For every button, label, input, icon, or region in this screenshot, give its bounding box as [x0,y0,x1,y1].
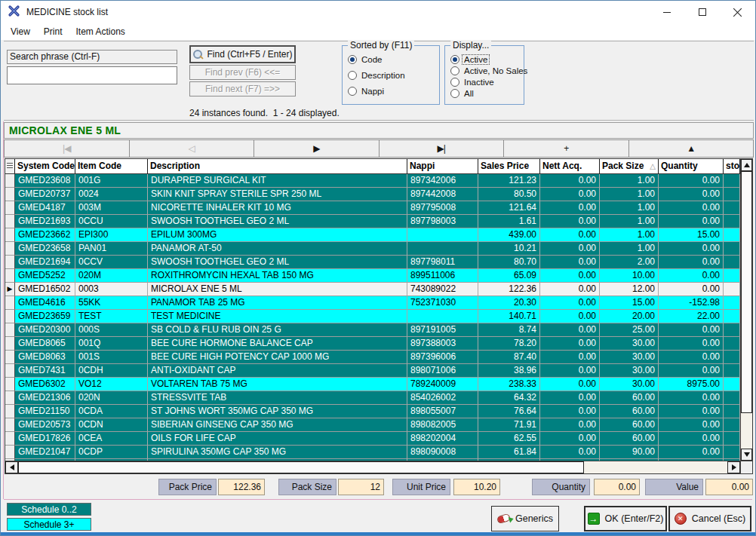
table-row[interactable]: GMED210470CDPSPIRULINA 350MG CAP 350 MG8… [5,446,740,459]
table-row[interactable]: GMED23659TESTTEST MEDICINE140.710.0020.0… [5,310,740,323]
cell-system-code: GMED5252 [15,269,75,283]
table-row[interactable]: GMED8063001SBEE CURE HIGH POTENCY CAP 10… [5,351,740,364]
radio-option-all[interactable]: All [450,89,522,98]
cell-description: STRESSVITE TAB [148,391,407,405]
cell-system-code: GMED8063 [15,351,75,364]
column-header-nett-acq[interactable]: Nett Acq. [540,159,600,174]
menu-item-print[interactable]: Print [37,25,69,38]
table-row[interactable]: ▶GMED165020003MICROLAX ENE 5 ML743089022… [5,283,740,296]
column-header-nappi[interactable]: Nappi [407,159,478,174]
close-button[interactable] [720,1,755,23]
cancel-button[interactable]: Cancel (Esc) [668,506,751,531]
radio-option-active-no-sales[interactable]: Active, No Sales [450,66,522,75]
cell-quantity: 0.00 [659,323,724,337]
last-record-icon: ▶| [438,144,445,153]
scroll-left-button[interactable] [5,461,18,473]
table-row[interactable]: GMED74310CDHANTI-OXIDANT CAP89807100638.… [5,364,740,378]
cell-description: DURAPREP SURGICAL KIT [148,174,407,188]
quantity-input[interactable] [594,479,640,495]
row-indicator-cell [5,228,15,242]
radio-option-active[interactable]: Active [450,55,522,64]
cell-sales-price: 1.61 [478,215,540,228]
table-row[interactable]: GMED23608001GDURAPREP SURGICAL KIT897342… [5,174,740,188]
row-indicator-cell: ▶ [5,283,15,296]
up-arrow-button[interactable]: ▲ [628,139,754,158]
cell-description: PANAMOR TAB 25 MG [148,296,407,310]
radio-option-inactive[interactable]: Inactive [450,78,522,87]
app-window: MEDICINE stock list ViewPrintItem Action… [0,0,756,536]
column-header-sales-price[interactable]: Sales Price [478,159,540,174]
table-row[interactable]: GMED20300000SSB COLD & FLU RUB OIN 25 G8… [5,323,740,337]
menu-item-item-actions[interactable]: Item Actions [69,25,131,38]
table-row[interactable]: GMED461655KKPANAMOR TAB 25 MG75237103020… [5,296,740,310]
column-header-description[interactable]: Description [148,159,407,174]
cell-item-code: 0003 [75,283,148,296]
table-row[interactable]: GMED4187003MNICORETTE INHALER KIT 10 MG8… [5,201,740,215]
table-row[interactable]: GMED216940CCVSWOOSH TOOTHGEL GEO 2 ML897… [5,256,740,269]
minimize-button[interactable] [649,1,684,23]
scroll-up-button[interactable] [741,159,752,171]
cell-nett-acq: 0.00 [540,283,600,296]
schedule-3-button[interactable]: Schedule 3+ [7,518,91,531]
table-row[interactable]: GMED8065001QBEE CURE HORMONE BALANCE CAP… [5,337,740,351]
schedule-0-2-button[interactable]: Schedule 0..2 [7,503,91,516]
cell-pack-size: 60.00 [600,418,659,432]
cell-nett-acq: 0.00 [540,323,600,337]
maximize-button[interactable] [684,1,720,23]
scroll-down-button[interactable] [741,449,752,461]
search-phrase-label: Search phrase (Ctrl-F) [7,50,177,64]
cell-system-code: GMED4187 [15,201,75,215]
search-input[interactable] [7,66,177,84]
cell-description: ST JOHNS WORT 350MG CAP 350 MG [148,405,407,418]
column-header-stock[interactable]: stock [724,159,740,174]
table-row[interactable]: GMED211500CDAST JOHNS WORT 350MG CAP 350… [5,405,740,418]
cell-system-code: GMED20573 [15,418,75,432]
radio-option-code[interactable]: Code [348,55,438,64]
vertical-scroll-thumb[interactable] [741,171,752,413]
cell-system-code: GMED21047 [15,446,75,459]
vertical-scrollbar[interactable] [740,159,752,461]
pack-size-input[interactable] [338,479,384,495]
table-row[interactable]: GMED23658PAN01PANAMOR AT-5010.210.001.00… [5,242,740,256]
cell-nappi: 897798011 [407,256,478,269]
column-header-system-code[interactable]: System Code [15,159,75,174]
cell-item-code: 001G [75,174,148,188]
cell-nett-acq: 0.00 [540,174,600,188]
cell-system-code: GMED7431 [15,364,75,378]
display-group: Display... ActiveActive, No SalesInactiv… [444,45,524,105]
cell-stock [724,174,740,188]
unit-price-input[interactable] [453,479,500,495]
radio-option-nappi[interactable]: Nappi [348,87,438,96]
next-record-button[interactable]: ▶ [254,139,380,158]
row-indicator-cell [5,174,15,188]
ok-button[interactable]: OK (Enter/F2) [584,506,667,531]
cell-stock [724,283,740,296]
cell-pack-size: 25.00 [600,323,659,337]
radio-option-description[interactable]: Description [348,71,438,80]
cell-quantity: 0.00 [659,418,724,432]
table-row[interactable]: GMED205730CDNSIBERIAN GINSENG CAP 350 MG… [5,418,740,432]
table-row[interactable]: GMED216930CCUSWOOSH TOOTHGEL GEO 2 ML897… [5,215,740,228]
display-title: Display... [450,40,491,51]
table-row[interactable]: GMED21306020NSTRESSVITE TAB85402600264.3… [5,391,740,405]
cell-stock [724,215,740,228]
horizontal-scroll-thumb[interactable] [18,461,584,473]
column-header-item-code[interactable]: Item Code [75,159,148,174]
table-row[interactable]: GMED6302VO12VOLTAREN TAB 75 MG7892400092… [5,378,740,391]
column-header-quantity[interactable]: Quantity [659,159,724,174]
last-record-button[interactable]: ▶| [379,139,505,158]
pack-price-input[interactable] [218,479,265,495]
generics-button[interactable]: Generics [491,506,559,531]
table-row[interactable]: GMED207370024SKIN KNIT SPRAY STERILE SPR… [5,188,740,201]
table-row[interactable]: GMED5252020MROXITHROMYCIN HEXAL TAB 150 … [5,269,740,283]
scroll-right-button[interactable] [727,461,740,473]
insert-record-button[interactable]: + [503,139,629,158]
value-input[interactable] [705,479,753,495]
find-button[interactable]: Find (Ctrl+F5 / Enter) [189,45,296,63]
table-row[interactable]: GMED178260CEAOILS FOR LIFE CAP8982020046… [5,432,740,446]
horizontal-scrollbar[interactable] [5,461,740,473]
cell-pack-size: 30.00 [600,351,659,364]
column-header-pack-size[interactable]: Pack Size△ [600,159,659,174]
menu-item-view[interactable]: View [4,25,37,38]
table-row[interactable]: GMED23662EPI300EPILUM 300MG439.000.001.0… [5,228,740,242]
